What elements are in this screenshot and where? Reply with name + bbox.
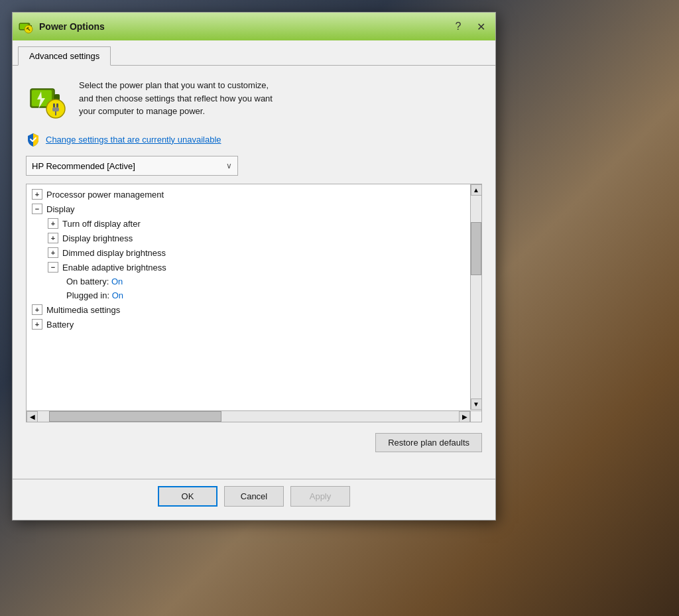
tree-item-display-brightness[interactable]: + Display brightness (27, 231, 469, 245)
dropdown-row: HP Recommended [Active] ∨ (26, 156, 482, 176)
expand-display-icon[interactable]: − (32, 204, 42, 214)
svg-rect-12 (56, 103, 58, 107)
tab-strip: Advanced settings (13, 40, 495, 66)
tree-item-display-brightness-label: Display brightness (62, 233, 133, 243)
expand-brightness-icon[interactable]: + (48, 233, 58, 243)
title-bar: Power Options ? ✕ (13, 13, 495, 40)
cancel-button[interactable]: Cancel (224, 486, 284, 507)
tree-item-plugged-in-label: Plugged in: On (66, 290, 123, 300)
tree-item-turn-off-display[interactable]: + Turn off display after (27, 216, 469, 231)
tree-view: + Processor power management − Display +… (26, 184, 482, 422)
tree-item-multimedia-label: Multimedia settings (46, 305, 120, 315)
chevron-down-icon: ∨ (226, 161, 232, 170)
tree-item-plugged-in[interactable]: Plugged in: On (27, 288, 469, 302)
tree-item-battery[interactable]: + Battery (27, 317, 469, 332)
tree-item-multimedia[interactable]: + Multimedia settings (27, 302, 469, 317)
scroll-right-button[interactable]: ▶ (459, 411, 470, 422)
title-bar-title: Power Options (39, 21, 449, 32)
shield-icon (26, 132, 40, 147)
info-row: Select the power plan that you want to c… (26, 79, 482, 121)
tree-scroll-area: + Processor power management − Display +… (27, 184, 481, 410)
scroll-track-h[interactable] (38, 411, 459, 422)
tree-item-turn-off-label: Turn off display after (62, 219, 141, 229)
vertical-scrollbar[interactable]: ▲ ▼ (470, 184, 481, 410)
tab-advanced-settings[interactable]: Advanced settings (18, 46, 111, 66)
bottom-buttons: OK Cancel Apply (13, 479, 495, 520)
scroll-left-button[interactable]: ◀ (27, 411, 38, 422)
expand-battery-icon[interactable]: + (32, 319, 42, 330)
tree-item-display[interactable]: − Display (27, 202, 469, 216)
scroll-corner (470, 410, 481, 422)
horizontal-scrollbar[interactable]: ◀ ▶ (27, 410, 470, 422)
power-plan-icon (26, 79, 68, 121)
expand-turn-off-icon[interactable]: + (48, 218, 58, 229)
close-button[interactable]: ✕ (471, 17, 490, 36)
power-plan-dropdown[interactable]: HP Recommended [Active] ∨ (26, 156, 238, 176)
svg-rect-11 (53, 103, 55, 107)
scroll-track-v[interactable] (471, 196, 481, 399)
info-description: Select the power plan that you want to c… (79, 79, 273, 118)
expand-dimmed-icon[interactable]: + (48, 247, 58, 258)
tree-item-on-battery[interactable]: On battery: On (27, 275, 469, 288)
expand-adaptive-icon[interactable]: − (48, 262, 58, 273)
restore-plan-defaults-button[interactable]: Restore plan defaults (375, 433, 482, 452)
ok-button[interactable]: OK (158, 486, 217, 507)
tree-item-battery-label: Battery (46, 320, 74, 330)
tree-item-on-battery-label: On battery: On (66, 277, 123, 286)
tree-item-processor-label: Processor power management (46, 190, 164, 200)
svg-rect-13 (52, 107, 59, 111)
restore-row: Restore plan defaults (26, 433, 482, 452)
scroll-down-button[interactable]: ▼ (471, 399, 482, 410)
shield-link-row: Change settings that are currently unava… (26, 132, 482, 147)
tree-item-dimmed-brightness-label: Dimmed display brightness (62, 248, 166, 258)
scroll-up-button[interactable]: ▲ (471, 184, 482, 196)
scroll-thumb-h[interactable] (49, 411, 221, 422)
expand-multimedia-icon[interactable]: + (32, 304, 42, 315)
tree-item-dimmed-brightness[interactable]: + Dimmed display brightness (27, 245, 469, 260)
title-bar-buttons: ? ✕ (449, 17, 490, 36)
apply-button[interactable]: Apply (290, 486, 350, 507)
dropdown-value: HP Recommended [Active] (32, 161, 135, 171)
tree-item-adaptive-brightness[interactable]: − Enable adaptive brightness (27, 260, 469, 275)
plugged-in-value: On (112, 290, 123, 300)
on-battery-value: On (111, 277, 123, 286)
expand-processor-icon[interactable]: + (32, 189, 42, 200)
tree-item-processor[interactable]: + Processor power management (27, 187, 469, 202)
content-area: Select the power plan that you want to c… (13, 66, 495, 479)
power-options-dialog: Power Options ? ✕ Advanced settings (12, 12, 496, 521)
title-bar-icon (18, 19, 34, 34)
tree-item-display-label: Display (46, 204, 75, 214)
change-settings-link[interactable]: Change settings that are currently unava… (46, 135, 221, 145)
help-button[interactable]: ? (449, 17, 467, 36)
scroll-thumb-v[interactable] (471, 222, 481, 275)
tree-item-adaptive-label: Enable adaptive brightness (62, 263, 166, 273)
